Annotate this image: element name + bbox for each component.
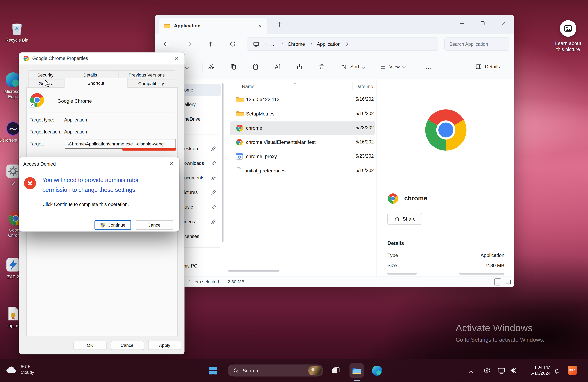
explorer-tab[interactable]: Application [159, 18, 267, 34]
notification-bell-icon[interactable] [553, 366, 561, 374]
pre-tray-badge[interactable]: PRE [568, 366, 577, 375]
search-input[interactable] [445, 38, 509, 50]
thumbnail-view-toggle[interactable] [505, 278, 512, 286]
file-row[interactable]: chrome.VisualElementsManifest5/16/202 [230, 136, 375, 149]
details-heading: Details [387, 241, 404, 246]
access-denied-cancel-button[interactable]: Cancel [136, 220, 173, 230]
breadcrumb-chrome[interactable]: Chrome [288, 41, 305, 47]
cancel-button[interactable]: Cancel [111, 341, 144, 350]
ok-button[interactable]: OK [74, 341, 106, 350]
mouse-cursor [44, 80, 52, 88]
new-tab-button[interactable] [274, 19, 284, 29]
breadcrumb-ellipsis[interactable]: … [271, 41, 276, 47]
horizontal-scrollbar[interactable] [228, 270, 279, 271]
explorer-tab-strip: Application [155, 15, 514, 34]
document-icon [236, 167, 242, 175]
share-label: Share [403, 216, 416, 222]
back-button[interactable] [163, 41, 169, 47]
column-header-date[interactable]: Date mo [356, 84, 376, 89]
new-menu-chevron-icon[interactable] [186, 63, 188, 70]
search-highlight-image[interactable] [308, 366, 322, 375]
access-denied-close-icon[interactable] [168, 160, 175, 167]
cut-button[interactable] [208, 63, 215, 70]
share-button[interactable] [296, 63, 303, 70]
details-pane-button[interactable]: Details [476, 63, 500, 70]
delete-button[interactable] [318, 63, 325, 70]
taskbar: 66°F Cloudy Search 4:04 PM 5/16/202 [0, 359, 588, 382]
target-input[interactable] [65, 139, 176, 149]
rename-button[interactable] [274, 63, 281, 70]
file-row[interactable]: chrome_proxy5/23/202 [230, 150, 375, 163]
admin-permission-message: You will need to provide administrator p… [42, 175, 172, 195]
start-button[interactable] [206, 363, 220, 378]
red-underline-annotation [122, 148, 176, 151]
maximize-button[interactable] [474, 15, 491, 32]
edge-icon [372, 365, 382, 376]
tab-shortcut[interactable]: Shortcut [64, 78, 127, 88]
apply-button[interactable]: Apply [148, 341, 181, 350]
chevron-down-icon [362, 65, 365, 69]
copy-button[interactable] [230, 63, 237, 70]
forward-button[interactable] [186, 41, 192, 47]
search-box[interactable] [444, 38, 509, 51]
close-button[interactable] [495, 15, 512, 32]
selection-count: 1 item selected [189, 279, 219, 284]
view-button[interactable]: View [380, 63, 405, 70]
tab-security[interactable]: Security [29, 71, 63, 79]
details-view-toggle[interactable] [494, 278, 501, 286]
clipped-detail-row [387, 273, 417, 274]
see-more-button[interactable]: … [426, 63, 431, 70]
learn-about-picture-button[interactable] [560, 20, 576, 37]
sidebar-scrollbar[interactable] [222, 83, 224, 242]
separator [30, 112, 174, 113]
recycle-bin-icon [9, 21, 24, 36]
address-bar[interactable]: … Chrome Application [247, 38, 438, 51]
minimize-button[interactable] [453, 15, 471, 32]
taskbar-edge-button[interactable] [370, 363, 384, 378]
search-icon [233, 368, 239, 373]
view-icon [380, 63, 386, 70]
column-divider[interactable] [353, 82, 353, 90]
column-header-name[interactable]: Name [242, 84, 254, 89]
up-button[interactable] [207, 41, 214, 47]
tray-network-icon[interactable] [497, 366, 505, 375]
file-row[interactable]: 125.0.6422.1135/16/202 [230, 93, 375, 107]
access-denied-dialog: Access Denied You will need to provide a… [19, 157, 179, 231]
tray-volume-icon[interactable] [509, 366, 517, 375]
desktop-icon-recycle-bin[interactable]: Recycle Bin [3, 21, 31, 43]
tab-close-icon[interactable] [257, 23, 262, 28]
file-row-selected[interactable]: chrome5/23/202 [230, 121, 375, 135]
chrome-icon [23, 56, 29, 61]
monitor-icon [253, 41, 259, 47]
continue-instruction: Click Continue to complete this operatio… [42, 202, 129, 207]
cloud-icon [5, 365, 17, 374]
chrome-manifest-icon [236, 139, 243, 146]
breadcrumb-separator-icon [264, 42, 267, 46]
pin-icon [211, 175, 216, 181]
taskbar-search[interactable]: Search [228, 364, 323, 376]
taskbar-file-explorer-button[interactable] [350, 363, 364, 378]
folder-icon [236, 96, 244, 103]
details-label: Details [485, 64, 500, 70]
file-row[interactable]: initial_preferences5/16/202 [230, 164, 375, 178]
file-row[interactable]: SetupMetrics5/16/202 [230, 107, 375, 121]
sort-ascending-icon[interactable] [294, 81, 296, 86]
explorer-nav-row: … Chrome Application [155, 34, 514, 54]
refresh-button[interactable] [230, 41, 236, 47]
explorer-body: Home Gallery OneDrive Desktop Downloads … [155, 79, 514, 276]
tab-compatibility[interactable]: Compatibility [127, 79, 175, 88]
properties-close-icon[interactable] [173, 55, 180, 62]
preview-file-name: chrome [404, 195, 427, 202]
paste-button[interactable] [252, 63, 259, 70]
clock-date: 5/16/2024 [524, 370, 550, 376]
continue-button[interactable]: Continue [95, 220, 131, 230]
task-view-button[interactable] [329, 363, 343, 378]
preview-share-button[interactable]: Share [387, 213, 422, 225]
folder-icon [236, 110, 244, 117]
tray-show-hidden-icons[interactable] [470, 369, 472, 375]
taskbar-clock[interactable]: 4:04 PM 5/16/2024 [524, 364, 550, 376]
tray-eye-slash-icon[interactable] [483, 366, 491, 375]
weather-widget[interactable]: 66°F Cloudy [5, 364, 34, 375]
sort-button[interactable]: Sort [341, 63, 365, 70]
breadcrumb-application[interactable]: Application [317, 41, 341, 47]
